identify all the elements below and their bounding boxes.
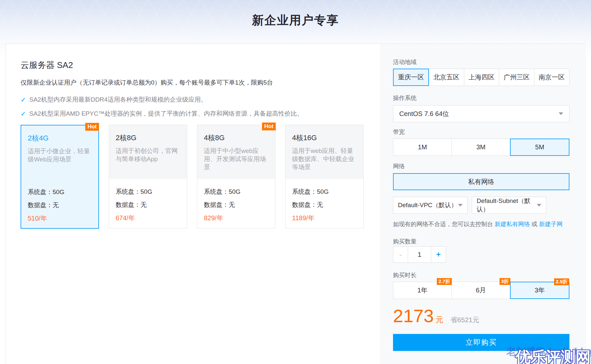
page-title: 新企业用户专享 — [0, 12, 591, 28]
config-sidebar: 活动地域 重庆一区 北京五区 上海四区 广州三区 南京一区 操作系统 CentO… — [380, 44, 586, 364]
subnet-selected-value: Default-Subnet（默认） — [477, 197, 537, 214]
plan-data-disk: 数据盘：无 — [292, 201, 357, 209]
quantity-plus-button[interactable]: + — [431, 246, 446, 263]
hot-badge: Hot — [85, 123, 99, 131]
plan-card-top: 4核8G 适用于中小型web应用、开发测试等应用场景 — [197, 125, 275, 179]
total-price: 2173 元 省6521元 — [393, 306, 569, 325]
region-option-beijing[interactable]: 北京五区 — [429, 69, 464, 86]
plan-card-bottom: 系统盘：50G 数据盘：无 1189/年 — [286, 179, 363, 223]
network-help-text: 如现有的网络不合适，您可以去控制台 新建私有网络 或 新建子网 — [393, 220, 569, 228]
plan-card-2c8g[interactable]: 2核8G 适用于初创公司，官网与简单移动App 系统盘：50G 数据盘：无 67… — [109, 125, 187, 229]
duration-option-label: 6月 — [476, 286, 486, 295]
os-select[interactable]: CentOS 7.6 64位 — [393, 105, 569, 122]
duration-option-1year[interactable]: 2.7折 1年 — [393, 282, 452, 299]
chevron-down-icon — [537, 204, 541, 207]
bandwidth-label: 带宽 — [393, 128, 569, 136]
region-option-chongqing[interactable]: 重庆一区 — [393, 69, 429, 86]
plan-data-disk: 数据盘：无 — [204, 201, 269, 209]
help-middle: 或 — [530, 221, 539, 227]
chevron-down-icon — [458, 204, 463, 207]
plan-price: 510/年 — [28, 214, 92, 223]
hot-badge: Hot — [262, 123, 276, 130]
os-selected-value: CentOS 7.6 64位 — [399, 109, 449, 118]
feature-text: SA2机型内存采用最新DDR4适用各种类型和规模的企业级应用。 — [29, 95, 207, 104]
plan-card-top: 4核16G 适用于web应用、轻量级数据库、中轻载企业等场景 — [286, 125, 363, 179]
plan-price: 829/年 — [204, 214, 269, 223]
duration-option-label: 3年 — [534, 286, 545, 295]
region-label: 活动地域 — [393, 58, 569, 66]
plan-system-disk: 系统盘：50G — [204, 188, 269, 196]
bandwidth-option-5m[interactable]: 5M — [510, 139, 569, 156]
plan-price: 1189/年 — [292, 214, 357, 223]
price-savings: 省6521元 — [451, 315, 480, 324]
plan-card-2c4g[interactable]: Hot 2核4G 适用于小微企业，轻量级Web应用场景 系统盘：50G 数据盘：… — [21, 125, 99, 229]
duration-option-6month[interactable]: 3折 6月 — [451, 282, 510, 299]
network-type-button[interactable]: 私有网络 — [393, 173, 569, 190]
create-subnet-link[interactable]: 新建子网 — [539, 221, 563, 227]
plan-card-bottom: 系统盘：50G 数据盘：无 829/年 — [197, 179, 275, 223]
region-option-nanjing[interactable]: 南京一区 — [534, 69, 569, 86]
plan-system-disk: 系统盘：50G — [292, 188, 357, 196]
plan-card-4c16g[interactable]: 4核16G 适用于web应用、轻量级数据库、中轻载企业等场景 系统盘：50G 数… — [285, 125, 364, 229]
plan-card-bottom: 系统盘：50G 数据盘：无 674/年 — [109, 179, 187, 223]
feature-item: ✓ SA2机型内存采用最新DDR4适用各种类型和规模的企业级应用。 — [21, 95, 207, 104]
product-subtitle: 仅限新企业认证用户（无订单记录或订单总额为0）购买，每个账号最多可下单1次，限购… — [21, 78, 273, 87]
plan-data-disk: 数据盘：无 — [28, 201, 92, 209]
duration-option-label: 1年 — [417, 286, 427, 295]
duration-label: 购买时长 — [393, 271, 569, 279]
vpc-selected-value: Default-VPC（默认） — [398, 201, 457, 209]
quantity-stepper: - 1 + — [393, 246, 569, 263]
discount-badge: 2.5折 — [554, 278, 569, 285]
duration-options: 2.7折 1年 3折 6月 2.5折 3年 — [393, 282, 569, 299]
plan-name: 4核8G — [204, 133, 269, 143]
discount-badge: 2.7折 — [437, 278, 452, 285]
watermark-site: 优乐评测网 — [516, 347, 591, 364]
feature-item: ✓ SA2机型采用AMD EPYC™处理器的实例，提供了平衡的计算、内存和网络资… — [21, 109, 303, 118]
plan-name: 2核8G — [116, 133, 180, 143]
os-label: 操作系统 — [393, 94, 569, 102]
bandwidth-option-1m[interactable]: 1M — [393, 139, 452, 156]
plan-desc: 适用于小微企业，轻量级Web应用场景 — [28, 147, 92, 163]
bandwidth-options: 1M 3M 5M — [393, 139, 569, 156]
plan-system-disk: 系统盘：50G — [28, 188, 92, 196]
create-vpc-link[interactable]: 新建私有网络 — [495, 221, 530, 227]
quantity-label: 购买数量 — [393, 238, 569, 245]
plan-card-4c8g[interactable]: Hot 4核8G 适用于中小型web应用、开发测试等应用场景 系统盘：50G 数… — [197, 125, 275, 229]
network-label: 网络 — [393, 162, 569, 170]
plan-card-bottom: 系统盘：50G 数据盘：无 510/年 — [21, 179, 98, 223]
vpc-select[interactable]: Default-VPC（默认） — [393, 197, 468, 214]
plan-name: 4核16G — [292, 133, 357, 143]
bandwidth-option-3m[interactable]: 3M — [451, 139, 510, 156]
plan-price: 674/年 — [116, 214, 180, 223]
main-panel: 云服务器 SA2 仅限新企业认证用户（无订单记录或订单总额为0）购买，每个账号最… — [6, 43, 585, 364]
plan-cards: Hot 2核4G 适用于小微企业，轻量级Web应用场景 系统盘：50G 数据盘：… — [21, 125, 364, 229]
vpc-row: Default-VPC（默认） Default-Subnet（默认） — [393, 197, 569, 214]
duration-option-3year[interactable]: 2.5折 3年 — [510, 282, 569, 299]
chevron-down-icon — [559, 112, 563, 115]
plan-desc: 适用于web应用、轻量级数据库、中轻载企业等场景 — [292, 147, 357, 171]
quantity-value[interactable]: 1 — [408, 246, 431, 263]
plan-card-top: 2核4G 适用于小微企业，轻量级Web应用场景 — [21, 125, 98, 179]
product-title: 云服务器 SA2 — [21, 59, 73, 71]
plan-desc: 适用于中小型web应用、开发测试等应用场景 — [204, 147, 269, 171]
price-unit: 元 — [436, 315, 443, 325]
discount-badge: 3折 — [500, 278, 510, 285]
help-prefix: 如现有的网络不合适，您可以去控制台 — [393, 221, 495, 227]
region-option-guangzhou[interactable]: 广州三区 — [499, 69, 534, 86]
region-option-shanghai[interactable]: 上海四区 — [464, 69, 499, 86]
check-icon: ✓ — [21, 96, 26, 104]
region-options: 重庆一区 北京五区 上海四区 广州三区 南京一区 — [393, 69, 569, 86]
check-icon: ✓ — [21, 110, 26, 118]
page: 新企业用户专享 云服务器 SA2 仅限新企业认证用户（无订单记录或订单总额为0）… — [0, 0, 591, 364]
price-amount: 2173 — [393, 306, 434, 325]
quantity-minus-button[interactable]: - — [393, 246, 408, 263]
plan-name: 2核4G — [28, 133, 92, 143]
feature-text: SA2机型采用AMD EPYC™处理器的实例，提供了平衡的计算、内存和网络资源，… — [29, 109, 303, 118]
subnet-select[interactable]: Default-Subnet（默认） — [472, 197, 546, 214]
plan-system-disk: 系统盘：50G — [116, 188, 180, 196]
plan-card-top: 2核8G 适用于初创公司，官网与简单移动App — [109, 125, 187, 179]
plan-data-disk: 数据盘：无 — [116, 201, 180, 209]
plan-desc: 适用于初创公司，官网与简单移动App — [116, 147, 180, 163]
